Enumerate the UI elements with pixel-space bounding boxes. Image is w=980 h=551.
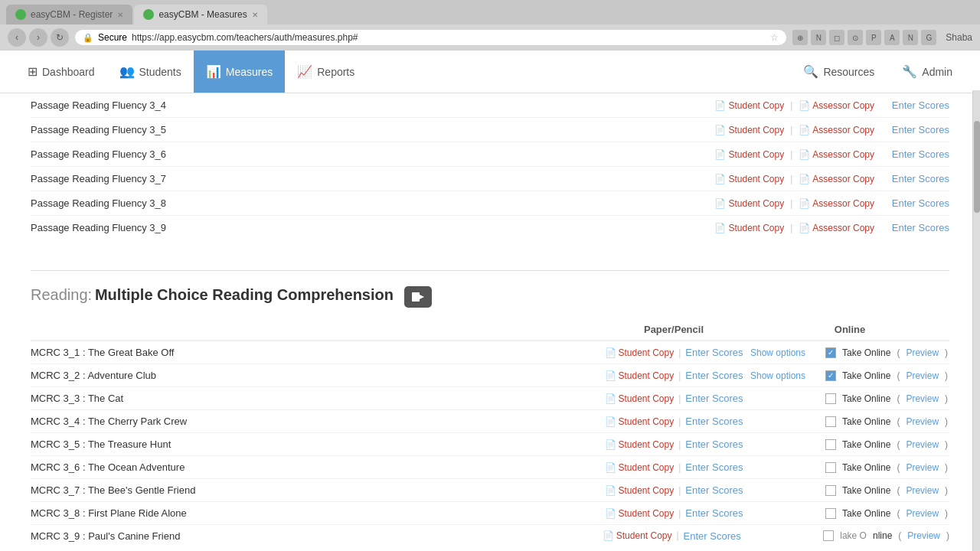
assessor-copy-link[interactable]: 📄 Assessor Copy [799, 149, 874, 160]
separator: | [790, 174, 792, 184]
enter-scores-link[interactable]: Enter Scores [880, 222, 949, 233]
take-online-checkbox[interactable] [825, 393, 836, 404]
close-paren: ) [945, 416, 948, 427]
student-copy-link[interactable]: 📄 Student Copy [605, 462, 675, 473]
enter-scores-link[interactable]: Enter Scores [880, 99, 949, 111]
measure-links: 📄 Student Copy | 📄 Assessor Copy Enter S… [714, 99, 949, 111]
pdf-icon: 📄 [605, 393, 616, 404]
nav-students[interactable]: 👥 Students [107, 51, 194, 93]
section-title-light: Reading: [31, 286, 92, 303]
tab-measures[interactable]: easyCBM - Measures ✕ [134, 5, 266, 24]
video-button[interactable] [404, 286, 432, 308]
student-copy-link[interactable]: 📄 Student Copy [714, 223, 784, 233]
take-online-checkbox[interactable] [825, 439, 836, 450]
tab-register[interactable]: easyCBM - Register ✕ [6, 5, 132, 24]
nav-admin[interactable]: 🔧 Admin [890, 64, 965, 79]
enter-scores-link[interactable]: Enter Scores [880, 173, 949, 184]
student-copy-link[interactable]: 📄 Student Copy [714, 174, 784, 184]
preview-link[interactable]: Preview [906, 393, 939, 404]
pdf-icon: 📄 [605, 416, 616, 427]
toolbar-icon-7[interactable]: N [903, 30, 918, 45]
take-online-checkbox[interactable] [825, 485, 836, 496]
tab-close-measures[interactable]: ✕ [252, 11, 258, 19]
student-copy-label: Student Copy [619, 485, 675, 496]
enter-scores-link[interactable]: Enter Scores [684, 530, 741, 542]
enter-scores-link[interactable]: Enter Scores [685, 461, 743, 473]
nav-reports[interactable]: 📈 Reports [285, 51, 367, 93]
assessor-copy-link[interactable]: 📄 Assessor Copy [799, 223, 874, 233]
student-copy-link[interactable]: 📄 Student Copy [605, 439, 675, 450]
bookmark-icon[interactable]: ☆ [770, 32, 779, 43]
enter-scores-link[interactable]: Enter Scores [685, 393, 743, 404]
show-options-link[interactable]: Show options [750, 347, 819, 358]
pdf-icon: 📄 [714, 125, 726, 135]
take-online-checkbox[interactable] [825, 508, 836, 519]
student-copy-link[interactable]: 📄 Student Copy [605, 370, 675, 381]
enter-scores-link[interactable]: Enter Scores [685, 370, 743, 381]
take-online-checkbox[interactable] [825, 416, 836, 427]
enter-scores-link[interactable]: Enter Scores [685, 416, 743, 427]
toolbar-icon-6[interactable]: A [884, 30, 900, 45]
enter-scores-link[interactable]: Enter Scores [685, 347, 743, 358]
take-online-checkbox[interactable] [823, 530, 834, 541]
assessor-copy-label: Assessor Copy [812, 223, 874, 233]
student-copy-link[interactable]: 📄 Student Copy [605, 508, 675, 519]
preview-link[interactable]: Preview [906, 347, 939, 358]
enter-scores-link[interactable]: Enter Scores [685, 484, 743, 496]
pdf-icon-2: 📄 [799, 100, 810, 111]
student-copy-link[interactable]: 📄 Student Copy [603, 530, 672, 541]
url-bar[interactable]: 🔒 Secure https://app.easycbm.com/teacher… [75, 30, 786, 45]
nav-resources[interactable]: 🔍 Resources [791, 64, 887, 79]
preview-link[interactable]: Preview [906, 508, 939, 519]
toolbar-icon-2[interactable]: N [811, 30, 826, 45]
enter-scores-link[interactable]: Enter Scores [880, 124, 949, 135]
separator: | [678, 370, 681, 381]
take-online-label: Take Online [842, 347, 890, 358]
preview-link[interactable]: Preview [906, 416, 939, 427]
toolbar-icon-1[interactable]: ⊕ [792, 30, 808, 45]
scrollbar[interactable] [972, 90, 980, 551]
preview-link[interactable]: Preview [906, 485, 939, 496]
take-online-checkbox[interactable] [825, 347, 836, 358]
nav-dashboard[interactable]: ⊞ Dashboard [15, 51, 107, 93]
preview-link[interactable]: Preview [907, 530, 940, 541]
student-copy-link[interactable]: 📄 Student Copy [605, 393, 675, 404]
take-online-checkbox[interactable] [825, 370, 836, 381]
forward-button[interactable]: › [29, 28, 47, 47]
tab-close-register[interactable]: ✕ [117, 11, 123, 19]
refresh-button[interactable]: ↻ [51, 28, 69, 47]
mcrc-online-cell: Take Online (Preview) [750, 416, 949, 427]
enter-scores-link[interactable]: Enter Scores [685, 439, 743, 450]
toolbar-icon-4[interactable]: ⊙ [848, 30, 863, 45]
assessor-copy-link[interactable]: 📄 Assessor Copy [799, 100, 874, 111]
enter-scores-link[interactable]: Enter Scores [880, 148, 949, 160]
enter-scores-link[interactable]: Enter Scores [880, 197, 949, 209]
preview-link[interactable]: Preview [906, 439, 939, 450]
scrollbar-thumb[interactable] [974, 121, 980, 213]
student-copy-link[interactable]: 📄 Student Copy [605, 416, 675, 427]
student-copy-link[interactable]: 📄 Student Copy [605, 347, 675, 358]
toolbar-icon-8[interactable]: G [921, 30, 936, 45]
toolbar-icon-3[interactable]: ◻ [829, 30, 844, 45]
back-button[interactable]: ‹ [8, 28, 26, 47]
assessor-copy-link[interactable]: 📄 Assessor Copy [799, 125, 874, 135]
separator: | [678, 462, 681, 473]
student-copy-link[interactable]: 📄 Student Copy [714, 149, 784, 160]
student-copy-link[interactable]: 📄 Student Copy [605, 485, 675, 496]
table-row: Passage Reading Fluency 3_7 📄 Student Co… [31, 167, 949, 191]
preview-link[interactable]: Preview [906, 370, 939, 381]
take-online-checkbox[interactable] [825, 462, 836, 473]
student-copy-link[interactable]: 📄 Student Copy [714, 125, 784, 135]
mcrc-paper-cell: 📄 Student Copy | Enter Scores [597, 507, 750, 519]
preview-link[interactable]: Preview [906, 462, 939, 473]
enter-scores-link[interactable]: Enter Scores [685, 507, 743, 519]
assessor-copy-link[interactable]: 📄 Assessor Copy [799, 174, 874, 184]
mcrc-online-cell: lake O nline (Preview) [748, 530, 949, 541]
nav-measures[interactable]: 📊 Measures [194, 51, 285, 93]
show-options-link[interactable]: Show options [750, 370, 819, 381]
pdf-icon: 📄 [605, 508, 616, 519]
toolbar-icon-5[interactable]: P [866, 30, 881, 45]
student-copy-link[interactable]: 📄 Student Copy [714, 198, 784, 209]
student-copy-link[interactable]: 📄 Student Copy [714, 100, 784, 111]
assessor-copy-link[interactable]: 📄 Assessor Copy [799, 198, 874, 209]
